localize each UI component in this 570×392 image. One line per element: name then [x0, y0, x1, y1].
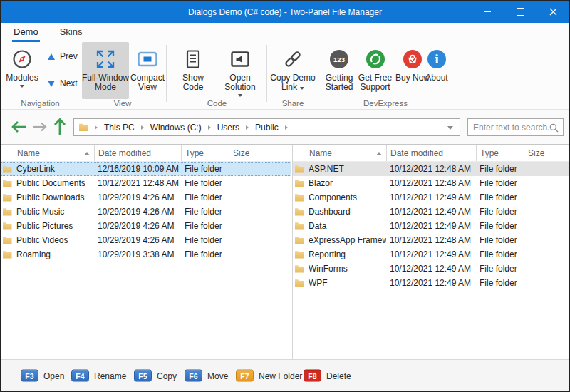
open-solution-label: Open Solution: [224, 73, 255, 92]
breadcrumb-item-windows-c[interactable]: Windows (C:): [150, 123, 202, 133]
next-button[interactable]: Next: [45, 76, 78, 91]
prev-next-stack: Prev Next: [45, 49, 78, 91]
expand-arrows-icon: [95, 47, 116, 71]
table-row[interactable]: Public Downloads 10/29/2019 4:26 AM File…: [1, 190, 291, 205]
compact-view-button[interactable]: Compact View: [130, 42, 165, 99]
arrow-up-icon: [48, 53, 55, 60]
file-type: File folder: [476, 176, 524, 190]
file-name: Public Pictures: [14, 219, 94, 233]
rename-f4-button[interactable]: F4 Rename: [71, 370, 126, 382]
ribbon-group-view: Full-Window Mode Compact View View: [78, 42, 167, 108]
file-type: File folder: [476, 247, 524, 262]
column-header-date-modified[interactable]: Date modified: [386, 145, 476, 161]
modules-button[interactable]: Modules: [3, 42, 41, 99]
group-label-devexpress: DevExpress: [318, 99, 452, 108]
table-row[interactable]: Public Videos 10/29/2019 4:26 AM File fo…: [1, 233, 291, 247]
file-type: File folder: [476, 162, 524, 176]
file-date: 12/16/2019 10:09 AM: [94, 162, 181, 176]
compact-view-icon: [137, 47, 158, 71]
file-name: Blazor: [306, 176, 386, 190]
tab-demo[interactable]: Demo: [12, 24, 40, 42]
devexpress-logo-icon: [365, 47, 386, 71]
column-header-type[interactable]: Type: [476, 145, 524, 161]
info-icon: i: [426, 47, 447, 71]
show-code-button[interactable]: Show Code: [171, 42, 215, 99]
open-solution-button[interactable]: Open Solution: [215, 42, 265, 99]
file-type: File folder: [181, 176, 229, 190]
file-date: 10/12/2021 12:49 AM: [386, 205, 476, 219]
column-header-size[interactable]: Size: [229, 145, 291, 161]
up-button[interactable]: [51, 110, 69, 144]
svg-text:123: 123: [333, 56, 345, 63]
column-header-date-modified[interactable]: Date modified: [94, 145, 181, 161]
f5-key-badge: F5: [134, 370, 152, 382]
table-row[interactable]: WinForms 10/12/2021 12:49 AM File folder: [293, 262, 569, 276]
title-bar: Dialogs Demo (C# code) - Two-Panel File …: [1, 1, 569, 23]
back-button[interactable]: [9, 110, 29, 144]
file-name: WPF: [306, 276, 386, 290]
copy-f5-button[interactable]: F5 Copy: [134, 370, 177, 382]
file-name: Reporting: [306, 247, 386, 262]
file-name: CyberLink: [14, 162, 94, 176]
forward-button[interactable]: [31, 110, 48, 144]
file-date: 10/29/2019 4:26 AM: [94, 205, 181, 219]
table-row[interactable]: Public Documents 10/12/2021 12:48 AM Fil…: [1, 176, 291, 190]
column-header-name[interactable]: Name: [14, 145, 94, 161]
copy-demo-link-label: Copy Demo Link: [270, 73, 315, 92]
window-controls: [471, 1, 569, 23]
table-row[interactable]: ASP.NET 10/12/2021 12:48 AM File folder: [293, 162, 569, 176]
table-row[interactable]: WPF 10/12/2021 12:49 AM File folder: [293, 276, 569, 290]
table-row[interactable]: Roaming 10/29/2019 3:38 AM File folder: [1, 247, 291, 262]
delete-f8-button[interactable]: F8 Delete: [304, 370, 351, 382]
get-free-support-button[interactable]: Get Free Support: [357, 42, 393, 99]
breadcrumb-item-this-pc[interactable]: This PC: [104, 123, 135, 133]
maximize-button[interactable]: [504, 1, 537, 23]
table-row[interactable]: CyberLink 12/16/2019 10:09 AM File folde…: [1, 162, 291, 176]
file-date: 10/12/2021 12:49 AM: [386, 219, 476, 233]
breadcrumb-item-public[interactable]: Public: [255, 123, 279, 133]
breadcrumb-dropdown-icon[interactable]: [447, 126, 453, 130]
right-column-headers: Name Date modified Type Size: [293, 145, 569, 162]
table-row[interactable]: Dashboard 10/12/2021 12:49 AM File folde…: [293, 205, 569, 219]
table-row[interactable]: Public Pictures 10/29/2019 4:26 AM File …: [1, 219, 291, 233]
table-row[interactable]: Public Music 10/29/2019 4:26 AM File fol…: [1, 205, 291, 219]
file-date: 10/29/2019 4:26 AM: [94, 190, 181, 205]
sort-ascending-icon: [376, 152, 382, 155]
column-header-size[interactable]: Size: [524, 145, 569, 161]
table-row[interactable]: eXpressApp Framework 10/12/2021 12:48 AM…: [293, 233, 569, 247]
minimize-button[interactable]: [471, 1, 504, 23]
full-window-mode-button[interactable]: Full-Window Mode: [82, 42, 129, 99]
breadcrumb-item-users[interactable]: Users: [217, 123, 239, 133]
move-f6-button[interactable]: F6 Move: [185, 370, 228, 382]
file-type: File folder: [476, 262, 524, 276]
about-button[interactable]: i About: [423, 42, 451, 99]
column-header-name[interactable]: Name: [306, 145, 386, 161]
column-header-type[interactable]: Type: [181, 145, 229, 161]
search-icon: [549, 123, 559, 135]
getting-started-button[interactable]: 123 Getting Started: [322, 42, 356, 99]
breadcrumb[interactable]: This PC Windows (C:) Users Public: [73, 118, 460, 136]
new-folder-f7-button[interactable]: F7 New Folder: [236, 370, 302, 382]
file-name: ASP.NET: [306, 162, 386, 176]
folder-icon: [1, 205, 14, 219]
file-name: Public Downloads: [14, 190, 94, 205]
search-input[interactable]: [468, 119, 553, 135]
tab-skins[interactable]: Skins: [58, 24, 84, 42]
code-document-icon: [182, 47, 204, 71]
folder-icon: [293, 276, 306, 290]
prev-button[interactable]: Prev: [45, 49, 78, 63]
copy-demo-link-button[interactable]: Copy Demo Link: [270, 42, 316, 99]
file-date: 10/12/2021 12:48 AM: [94, 176, 181, 190]
open-f3-button[interactable]: F3 Open: [21, 370, 64, 382]
chevron-down-icon: [20, 85, 24, 88]
table-row[interactable]: Components 10/12/2021 12:49 AM File fold…: [293, 190, 569, 205]
app-window: Dialogs Demo (C# code) - Two-Panel File …: [0, 0, 570, 392]
file-name: eXpressApp Framework: [306, 233, 386, 247]
close-button[interactable]: [537, 1, 569, 23]
file-name: Public Music: [14, 205, 94, 219]
about-label: About: [425, 73, 447, 83]
table-row[interactable]: Data 10/12/2021 12:49 AM File folder: [293, 219, 569, 233]
table-row[interactable]: Blazor 10/12/2021 12:48 AM File folder: [293, 176, 569, 190]
file-name: Dashboard: [306, 205, 386, 219]
table-row[interactable]: Reporting 10/12/2021 12:49 AM File folde…: [293, 247, 569, 262]
